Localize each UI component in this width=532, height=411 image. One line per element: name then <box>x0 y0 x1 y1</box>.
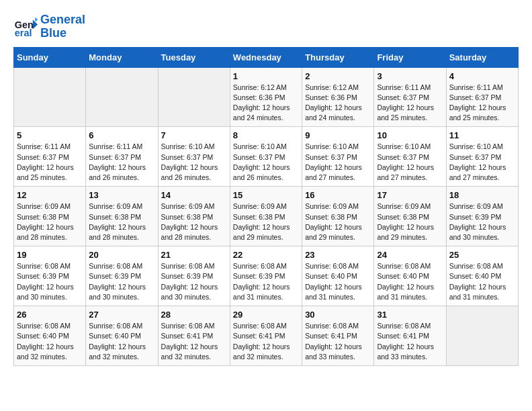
day-number: 27 <box>89 310 154 320</box>
calendar-cell: 21Sunrise: 6:08 AM Sunset: 6:39 PM Dayli… <box>158 246 230 306</box>
day-number: 6 <box>89 130 154 140</box>
day-number: 16 <box>305 190 371 200</box>
day-number: 18 <box>449 190 515 200</box>
calendar-cell: 26Sunrise: 6:08 AM Sunset: 6:40 PM Dayli… <box>14 306 86 366</box>
day-info: Sunrise: 6:11 AM Sunset: 6:37 PM Dayligh… <box>449 83 515 124</box>
day-header-sunday: Sunday <box>14 47 86 67</box>
day-info: Sunrise: 6:09 AM Sunset: 6:38 PM Dayligh… <box>233 201 299 242</box>
calendar-cell: 9Sunrise: 6:10 AM Sunset: 6:37 PM Daylig… <box>302 127 374 187</box>
calendar-cell: 12Sunrise: 6:09 AM Sunset: 6:38 PM Dayli… <box>14 187 86 246</box>
day-number: 20 <box>89 250 154 260</box>
week-row-4: 19Sunrise: 6:08 AM Sunset: 6:39 PM Dayli… <box>14 246 519 306</box>
calendar-cell: 7Sunrise: 6:10 AM Sunset: 6:37 PM Daylig… <box>158 127 230 187</box>
calendar-cell: 4Sunrise: 6:11 AM Sunset: 6:37 PM Daylig… <box>446 67 518 127</box>
calendar-cell: 13Sunrise: 6:09 AM Sunset: 6:38 PM Dayli… <box>86 187 158 246</box>
day-number: 23 <box>305 250 371 260</box>
day-info: Sunrise: 6:08 AM Sunset: 6:40 PM Dayligh… <box>377 261 443 302</box>
day-header-saturday: Saturday <box>446 47 518 67</box>
day-info: Sunrise: 6:10 AM Sunset: 6:37 PM Dayligh… <box>233 142 299 183</box>
week-row-2: 5Sunrise: 6:11 AM Sunset: 6:37 PM Daylig… <box>14 127 519 187</box>
day-number: 11 <box>449 130 515 140</box>
day-number: 5 <box>17 130 83 140</box>
day-info: Sunrise: 6:11 AM Sunset: 6:37 PM Dayligh… <box>89 142 154 183</box>
day-number: 14 <box>161 190 227 200</box>
day-number: 8 <box>233 130 299 140</box>
calendar-cell: 5Sunrise: 6:11 AM Sunset: 6:37 PM Daylig… <box>14 127 86 187</box>
day-info: Sunrise: 6:08 AM Sunset: 6:41 PM Dayligh… <box>233 321 299 362</box>
calendar-cell: 8Sunrise: 6:10 AM Sunset: 6:37 PM Daylig… <box>230 127 302 187</box>
calendar-cell <box>158 67 230 127</box>
calendar-cell: 6Sunrise: 6:11 AM Sunset: 6:37 PM Daylig… <box>86 127 158 187</box>
calendar-cell: 3Sunrise: 6:11 AM Sunset: 6:37 PM Daylig… <box>374 67 446 127</box>
day-info: Sunrise: 6:09 AM Sunset: 6:38 PM Dayligh… <box>161 201 227 242</box>
logo: Gen eral General Blue <box>13 13 85 40</box>
day-info: Sunrise: 6:09 AM Sunset: 6:38 PM Dayligh… <box>17 201 83 242</box>
day-info: Sunrise: 6:10 AM Sunset: 6:37 PM Dayligh… <box>305 142 371 183</box>
logo-text: General Blue <box>40 13 85 40</box>
page-header: Gen eral General Blue <box>13 13 519 40</box>
calendar-cell <box>86 67 158 127</box>
day-number: 21 <box>161 250 227 260</box>
day-header-wednesday: Wednesday <box>230 47 302 67</box>
day-info: Sunrise: 6:08 AM Sunset: 6:40 PM Dayligh… <box>305 261 371 302</box>
day-info: Sunrise: 6:10 AM Sunset: 6:37 PM Dayligh… <box>161 142 227 183</box>
day-info: Sunrise: 6:08 AM Sunset: 6:39 PM Dayligh… <box>233 261 299 302</box>
day-header-friday: Friday <box>374 47 446 67</box>
day-info: Sunrise: 6:08 AM Sunset: 6:41 PM Dayligh… <box>377 321 443 362</box>
week-row-5: 26Sunrise: 6:08 AM Sunset: 6:40 PM Dayli… <box>14 306 519 366</box>
calendar-cell: 2Sunrise: 6:12 AM Sunset: 6:36 PM Daylig… <box>302 67 374 127</box>
day-number: 7 <box>161 130 227 140</box>
calendar-cell: 15Sunrise: 6:09 AM Sunset: 6:38 PM Dayli… <box>230 187 302 246</box>
day-info: Sunrise: 6:08 AM Sunset: 6:40 PM Dayligh… <box>17 321 83 362</box>
calendar-cell: 31Sunrise: 6:08 AM Sunset: 6:41 PM Dayli… <box>374 306 446 366</box>
calendar-cell: 19Sunrise: 6:08 AM Sunset: 6:39 PM Dayli… <box>14 246 86 306</box>
svg-marker-3 <box>35 17 38 21</box>
calendar-cell: 27Sunrise: 6:08 AM Sunset: 6:40 PM Dayli… <box>86 306 158 366</box>
calendar-cell: 25Sunrise: 6:08 AM Sunset: 6:40 PM Dayli… <box>446 246 518 306</box>
day-number: 25 <box>449 250 515 260</box>
day-info: Sunrise: 6:12 AM Sunset: 6:36 PM Dayligh… <box>305 83 371 124</box>
day-info: Sunrise: 6:08 AM Sunset: 6:39 PM Dayligh… <box>161 261 227 302</box>
day-number: 19 <box>17 250 83 260</box>
calendar-header-row: SundayMondayTuesdayWednesdayThursdayFrid… <box>14 47 519 67</box>
calendar-cell: 23Sunrise: 6:08 AM Sunset: 6:40 PM Dayli… <box>302 246 374 306</box>
week-row-3: 12Sunrise: 6:09 AM Sunset: 6:38 PM Dayli… <box>14 187 519 246</box>
svg-text:eral: eral <box>15 28 32 38</box>
day-number: 28 <box>161 310 227 320</box>
day-info: Sunrise: 6:09 AM Sunset: 6:38 PM Dayligh… <box>377 201 443 242</box>
day-info: Sunrise: 6:11 AM Sunset: 6:37 PM Dayligh… <box>17 142 83 183</box>
calendar-cell: 20Sunrise: 6:08 AM Sunset: 6:39 PM Dayli… <box>86 246 158 306</box>
day-info: Sunrise: 6:10 AM Sunset: 6:37 PM Dayligh… <box>377 142 443 183</box>
calendar-cell: 30Sunrise: 6:08 AM Sunset: 6:41 PM Dayli… <box>302 306 374 366</box>
calendar-cell: 28Sunrise: 6:08 AM Sunset: 6:41 PM Dayli… <box>158 306 230 366</box>
calendar-cell <box>14 67 86 127</box>
day-number: 17 <box>377 190 443 200</box>
day-number: 2 <box>305 71 371 81</box>
day-info: Sunrise: 6:08 AM Sunset: 6:40 PM Dayligh… <box>89 321 154 362</box>
day-number: 3 <box>377 71 443 81</box>
calendar-cell: 24Sunrise: 6:08 AM Sunset: 6:40 PM Dayli… <box>374 246 446 306</box>
day-number: 9 <box>305 130 371 140</box>
day-header-tuesday: Tuesday <box>158 47 230 67</box>
calendar-cell: 1Sunrise: 6:12 AM Sunset: 6:36 PM Daylig… <box>230 67 302 127</box>
day-info: Sunrise: 6:08 AM Sunset: 6:41 PM Dayligh… <box>161 321 227 362</box>
week-row-1: 1Sunrise: 6:12 AM Sunset: 6:36 PM Daylig… <box>14 67 519 127</box>
day-header-thursday: Thursday <box>302 47 374 67</box>
calendar-cell: 22Sunrise: 6:08 AM Sunset: 6:39 PM Dayli… <box>230 246 302 306</box>
day-info: Sunrise: 6:08 AM Sunset: 6:39 PM Dayligh… <box>17 261 83 302</box>
day-number: 4 <box>449 71 515 81</box>
day-number: 26 <box>17 310 83 320</box>
day-info: Sunrise: 6:08 AM Sunset: 6:39 PM Dayligh… <box>89 261 154 302</box>
day-number: 1 <box>233 71 299 81</box>
day-number: 13 <box>89 190 154 200</box>
day-info: Sunrise: 6:09 AM Sunset: 6:39 PM Dayligh… <box>449 201 515 242</box>
day-info: Sunrise: 6:09 AM Sunset: 6:38 PM Dayligh… <box>89 201 154 242</box>
day-number: 10 <box>377 130 443 140</box>
day-info: Sunrise: 6:11 AM Sunset: 6:37 PM Dayligh… <box>377 83 443 124</box>
logo-icon: Gen eral <box>13 15 38 39</box>
day-number: 12 <box>17 190 83 200</box>
day-info: Sunrise: 6:08 AM Sunset: 6:40 PM Dayligh… <box>449 261 515 302</box>
calendar-cell: 16Sunrise: 6:09 AM Sunset: 6:38 PM Dayli… <box>302 187 374 246</box>
calendar-cell: 14Sunrise: 6:09 AM Sunset: 6:38 PM Dayli… <box>158 187 230 246</box>
day-number: 29 <box>233 310 299 320</box>
